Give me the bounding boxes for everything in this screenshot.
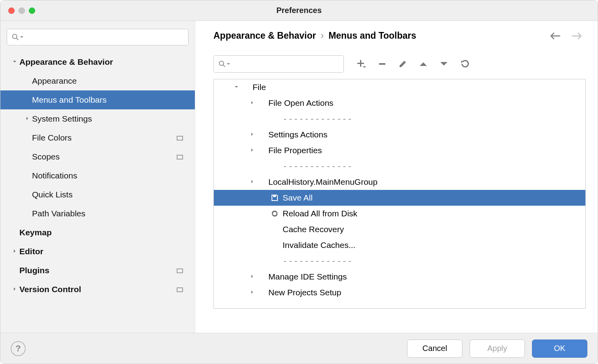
tree-search-input[interactable]: [233, 60, 340, 68]
project-level-icon: [177, 133, 183, 143]
sidebar-item-label: Plugins: [19, 266, 177, 275]
save-icon: [271, 194, 283, 202]
menu-item-label: Invalidate Caches...: [283, 240, 355, 250]
apply-button[interactable]: Apply: [470, 340, 525, 358]
sidebar-item-label: Version Control: [19, 285, 177, 294]
menu-tree-item[interactable]: File: [214, 79, 585, 95]
cancel-button[interactable]: Cancel: [407, 340, 462, 358]
history-nav: [549, 32, 586, 40]
menu-tree-item[interactable]: File Properties: [214, 143, 585, 158]
sidebar-item[interactable]: Menus and Toolbars: [0, 90, 195, 109]
chevron-right-icon: [248, 147, 257, 154]
sidebar-item[interactable]: Notifications: [0, 166, 195, 185]
menu-tree-item[interactable]: Reload All from Disk: [214, 206, 585, 221]
tree-toolbar-buttons: [357, 59, 470, 69]
menu-tree-item[interactable]: LocalHistory.MainMenuGroup: [214, 174, 585, 190]
svg-line-1: [17, 38, 19, 40]
menu-tree[interactable]: FileFile Open Actions-------------Settin…: [213, 79, 586, 309]
sidebar-item-label: File Colors: [32, 133, 177, 143]
menu-item-label: File Open Actions: [268, 98, 334, 108]
sidebar-item[interactable]: Editor: [0, 242, 195, 261]
chevron-right-icon: [248, 273, 257, 280]
chevron-right-icon: [10, 286, 19, 293]
remove-button[interactable]: [378, 60, 387, 68]
project-level-icon: [177, 285, 183, 294]
window-title: Preferences: [0, 6, 598, 15]
breadcrumb-seg-1: Menus and Toolbars: [328, 30, 416, 41]
sidebar-item[interactable]: Version Control: [0, 280, 195, 299]
sidebar-item-label: Notifications: [32, 171, 183, 180]
separator-label: -------------: [283, 161, 353, 171]
sidebar-item[interactable]: Scopes: [0, 147, 195, 166]
menu-item-label: New Projects Setup: [268, 288, 341, 297]
menu-tree-item[interactable]: File Open Actions: [214, 95, 585, 111]
sidebar-item[interactable]: Appearance: [0, 71, 195, 90]
svg-rect-7: [273, 195, 276, 197]
menu-item-label: Manage IDE Settings: [268, 272, 347, 281]
settings-content: Appearance & Behavior › Menus and Toolba…: [195, 21, 598, 333]
menu-item-label: Reload All from Disk: [283, 209, 357, 218]
add-button[interactable]: [357, 59, 366, 69]
project-level-icon: [177, 266, 183, 275]
menu-tree-item[interactable]: Cache Recovery: [214, 221, 585, 237]
search-icon: [218, 60, 226, 68]
chevron-right-icon: [248, 99, 257, 107]
dialog-footer: ? Cancel Apply OK: [0, 333, 598, 364]
menu-separator[interactable]: -------------: [214, 253, 585, 269]
maximize-window-button[interactable]: [29, 8, 35, 14]
sidebar-item[interactable]: Quick Lists: [0, 185, 195, 204]
settings-tree: Appearance & BehaviorAppearanceMenus and…: [0, 53, 195, 299]
sidebar-item[interactable]: File Colors: [0, 128, 195, 147]
ok-button[interactable]: OK: [532, 340, 587, 358]
menu-item-label: Settings Actions: [268, 130, 327, 139]
dropdown-icon: [20, 35, 24, 39]
breadcrumb-row: Appearance & Behavior › Menus and Toolba…: [213, 30, 586, 41]
sidebar-item-label: Menus and Toolbars: [32, 95, 183, 105]
menu-tree-item[interactable]: Manage IDE Settings: [214, 269, 585, 285]
title-bar: Preferences: [0, 0, 598, 21]
menu-item-label: File Properties: [268, 146, 322, 155]
forward-button[interactable]: [572, 32, 583, 40]
project-level-icon: [177, 152, 183, 161]
menu-item-label: Save All: [283, 193, 313, 203]
sidebar-item-label: Quick Lists: [32, 190, 183, 199]
sidebar-search[interactable]: [7, 29, 189, 45]
sidebar-item-label: Appearance & Behavior: [19, 57, 183, 67]
sidebar-item[interactable]: Appearance & Behavior: [0, 53, 195, 71]
minimize-window-button[interactable]: [19, 8, 25, 14]
sidebar-item-label: Scopes: [32, 152, 177, 161]
sidebar-item-label: Path Variables: [32, 209, 183, 218]
tree-search[interactable]: [213, 55, 344, 73]
chevron-right-icon: [23, 116, 32, 122]
svg-line-3: [223, 65, 225, 67]
sidebar-search-input[interactable]: [26, 33, 184, 41]
svg-point-2: [219, 61, 224, 66]
move-down-button[interactable]: [440, 61, 448, 67]
sidebar-item[interactable]: Plugins: [0, 261, 195, 280]
edit-button[interactable]: [398, 60, 407, 68]
chevron-right-icon: [248, 178, 257, 186]
sidebar-item-label: System Settings: [32, 114, 183, 124]
menu-tree-item[interactable]: New Projects Setup: [214, 285, 585, 300]
sidebar-item[interactable]: Path Variables: [0, 204, 195, 223]
move-up-button[interactable]: [419, 61, 428, 67]
svg-rect-5: [357, 63, 364, 64]
menu-separator[interactable]: -------------: [214, 111, 585, 127]
separator-label: -------------: [283, 256, 353, 266]
chevron-right-icon: [248, 131, 257, 138]
menu-separator[interactable]: -------------: [214, 158, 585, 174]
dropdown-icon: [226, 62, 230, 66]
chevron-right-icon: [10, 248, 19, 255]
sidebar-item[interactable]: System Settings: [0, 109, 195, 128]
sidebar-item-label: Keymap: [19, 228, 183, 237]
close-window-button[interactable]: [8, 8, 15, 14]
help-button[interactable]: ?: [11, 341, 26, 356]
restore-button[interactable]: [460, 59, 470, 69]
menu-item-label: File: [253, 83, 266, 92]
menu-tree-item[interactable]: Settings Actions: [214, 127, 585, 143]
menu-tree-item[interactable]: Save All: [214, 190, 585, 206]
back-button[interactable]: [549, 32, 560, 40]
menu-tree-item[interactable]: Invalidate Caches...: [214, 237, 585, 253]
menu-item-label: LocalHistory.MainMenuGroup: [268, 177, 377, 187]
sidebar-item[interactable]: Keymap: [0, 223, 195, 242]
